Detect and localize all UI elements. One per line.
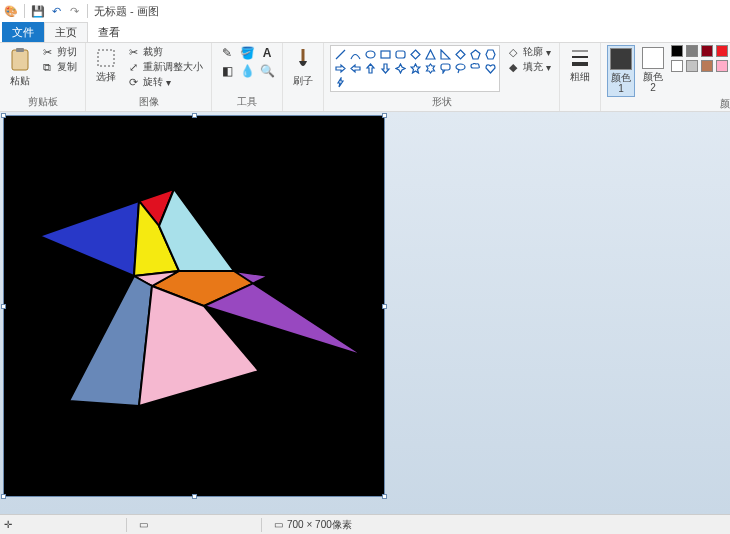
shape-pentagon[interactable] — [468, 48, 482, 61]
group-label-shapes: 形状 — [330, 95, 553, 109]
shape-triangle[interactable] — [423, 48, 437, 61]
undo-icon[interactable]: ↶ — [49, 4, 63, 18]
color-swatch[interactable] — [671, 60, 683, 72]
svg-marker-11 — [471, 50, 480, 59]
resize-handle[interactable] — [382, 113, 387, 118]
tab-view[interactable]: 查看 — [88, 22, 130, 42]
brush-icon — [292, 47, 314, 73]
redo-icon[interactable]: ↷ — [67, 4, 81, 18]
tab-file[interactable]: 文件 — [2, 22, 44, 42]
shape-star6[interactable] — [423, 62, 437, 75]
picker-tool[interactable]: 💧 — [238, 63, 256, 79]
color2-label: 颜色 2 — [641, 71, 665, 93]
canvas-drawing — [4, 116, 384, 496]
svg-rect-5 — [381, 51, 390, 58]
brush-button[interactable]: 刷子 — [289, 45, 317, 88]
color-swatch[interactable] — [671, 45, 683, 57]
clipboard-icon — [9, 47, 31, 73]
save-icon[interactable]: 💾 — [31, 4, 45, 18]
canvas-wrapper — [4, 116, 384, 496]
resize-handle[interactable] — [1, 494, 6, 499]
shape-outline-button[interactable]: ◇轮廓▾ — [504, 45, 553, 59]
shapes-gallery[interactable] — [330, 45, 500, 92]
shape-rect[interactable] — [378, 48, 392, 61]
crop-button[interactable]: ✂裁剪 — [124, 45, 205, 59]
svg-rect-2 — [98, 50, 114, 66]
shape-heart[interactable] — [483, 62, 497, 75]
svg-point-4 — [366, 51, 375, 58]
resize-handle[interactable] — [192, 113, 197, 118]
shape-hexagon[interactable] — [483, 48, 497, 61]
status-sep — [126, 518, 127, 532]
outline-icon: ◇ — [506, 45, 520, 59]
eraser-tool[interactable]: ◧ — [218, 63, 236, 79]
svg-marker-30 — [69, 276, 152, 406]
magnify-tool[interactable]: 🔍 — [258, 63, 276, 79]
resize-button[interactable]: ⤢重新调整大小 — [124, 60, 205, 74]
brush-label: 刷子 — [293, 75, 313, 86]
paste-button[interactable]: 粘贴 — [6, 45, 34, 88]
shape-fill-button[interactable]: ◆填充▾ — [504, 60, 553, 74]
paste-label: 粘贴 — [10, 75, 30, 86]
app-icon: 🎨 — [4, 4, 18, 18]
crop-icon: ✂ — [126, 45, 140, 59]
color-swatch[interactable] — [716, 60, 728, 72]
resize-handle[interactable] — [192, 494, 197, 499]
shape-diamond[interactable] — [453, 48, 467, 61]
shape-star5[interactable] — [408, 62, 422, 75]
shape-arrow-u[interactable] — [363, 62, 377, 75]
resize-handle[interactable] — [1, 304, 6, 309]
color1-button[interactable]: 颜色 1 — [607, 45, 635, 97]
status-bar: ✛ ▭ ▭700 × 700像素 — [0, 514, 730, 534]
svg-marker-15 — [426, 64, 434, 73]
select-icon — [95, 47, 117, 69]
resize-handle[interactable] — [382, 494, 387, 499]
pencil-tool[interactable]: ✎ — [218, 45, 236, 61]
shape-star4[interactable] — [393, 62, 407, 75]
svg-marker-23 — [39, 201, 139, 276]
cut-button[interactable]: ✂剪切 — [38, 45, 79, 59]
resize-handle[interactable] — [1, 113, 6, 118]
tab-home[interactable]: 主页 — [44, 22, 88, 42]
canvas-area[interactable] — [0, 112, 730, 514]
canvas[interactable] — [4, 116, 384, 496]
size-button[interactable]: 粗细 — [566, 45, 594, 84]
shape-polygon[interactable] — [408, 48, 422, 61]
shape-curve[interactable] — [348, 48, 362, 61]
shape-callout-rnd[interactable] — [438, 62, 452, 75]
size-label: 粗细 — [570, 71, 590, 82]
color-swatch[interactable] — [686, 45, 698, 57]
resize-handle[interactable] — [382, 304, 387, 309]
crop-label: 裁剪 — [143, 45, 163, 59]
ribbon: 粘贴 ✂剪切 ⧉复制 剪贴板 选择 ✂裁剪 ⤢重新调整大小 ⟳旋转▾ 图像 — [0, 42, 730, 112]
shape-roundrect[interactable] — [393, 48, 407, 61]
shape-line[interactable] — [333, 48, 347, 61]
status-cursor: ✛ — [4, 519, 114, 530]
svg-marker-12 — [486, 50, 495, 59]
resize-label: 重新调整大小 — [143, 60, 203, 74]
shape-callout-oval[interactable] — [453, 62, 467, 75]
copy-button[interactable]: ⧉复制 — [38, 60, 79, 74]
shape-arrow-l[interactable] — [348, 62, 362, 75]
color-swatch[interactable] — [701, 60, 713, 72]
shape-right-tri[interactable] — [438, 48, 452, 61]
shape-oval[interactable] — [363, 48, 377, 61]
color-swatch[interactable] — [701, 45, 713, 57]
shape-callout-cloud[interactable] — [468, 62, 482, 75]
svg-rect-0 — [12, 50, 28, 70]
shape-arrow-d[interactable] — [378, 62, 392, 75]
svg-marker-10 — [456, 50, 465, 59]
color2-button[interactable]: 颜色 2 — [639, 45, 667, 95]
fill-tool[interactable]: 🪣 — [238, 45, 256, 61]
color-swatch[interactable] — [716, 45, 728, 57]
select-button[interactable]: 选择 — [92, 45, 120, 84]
group-size: 粗细 — [560, 43, 601, 111]
shape-arrow-r[interactable] — [333, 62, 347, 75]
rotate-button[interactable]: ⟳旋转▾ — [124, 75, 205, 89]
outline-label: 轮廓 — [523, 45, 543, 59]
text-tool[interactable]: A — [258, 45, 276, 61]
color-swatch[interactable] — [686, 60, 698, 72]
copy-icon: ⧉ — [40, 60, 54, 74]
shape-lightning[interactable] — [333, 76, 347, 89]
svg-marker-13 — [396, 64, 405, 73]
